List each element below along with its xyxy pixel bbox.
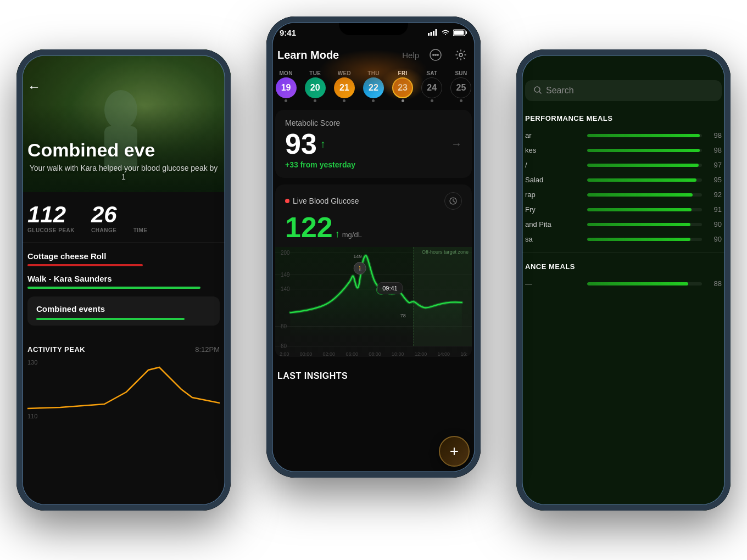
- change-stat: 26 CHANGE: [91, 203, 117, 233]
- meal-item-6[interactable]: and Pita 90: [516, 217, 731, 232]
- meal-bar-container-3: [587, 178, 702, 182]
- meal-bar-2: [587, 164, 699, 167]
- gear-icon: [455, 49, 467, 61]
- time-tooltip: 09:41: [377, 282, 403, 294]
- activity-peak-section: ACTIVITY PEAK 8:12PM 130 110: [16, 334, 231, 425]
- search-icon: [534, 86, 542, 96]
- chart-top-label: 130: [27, 359, 37, 366]
- day-thu-dot: [372, 99, 375, 102]
- meal-name-2: /: [525, 161, 583, 169]
- day-thu[interactable]: THU 22: [361, 70, 386, 102]
- meal-name-3: Salad: [525, 176, 583, 184]
- meal-item-extra[interactable]: — 88: [516, 276, 731, 291]
- meal-name-6: and Pita: [525, 220, 583, 228]
- meal-score-0: 98: [706, 131, 722, 139]
- chart-low-label: 78: [400, 313, 406, 319]
- combined-events-bar: [36, 318, 185, 320]
- day-sat-dot: [431, 99, 433, 102]
- svg-rect-4: [433, 31, 434, 36]
- svg-point-12: [437, 54, 439, 56]
- meal-bar-1: [587, 149, 700, 152]
- sync-icon: [449, 197, 458, 205]
- glucose-header: Live Blood Glucose: [285, 192, 462, 210]
- grid-line-60: [275, 346, 472, 346]
- fab-label: +: [450, 443, 459, 460]
- chart-peak-label: 149: [353, 254, 361, 259]
- meal-item-3[interactable]: Salad 95: [516, 172, 731, 187]
- meal-bar-7: [587, 238, 690, 241]
- meal-name-extra: —: [525, 279, 583, 288]
- day-sun-label: SUN: [455, 70, 467, 76]
- glucose-unit: mg/dL: [342, 231, 362, 239]
- metabolic-chevron-icon: →: [451, 138, 462, 150]
- performance-meals-header: PERFORMANCE MEALS: [516, 110, 731, 128]
- svg-point-13: [459, 53, 462, 57]
- time-00: 00:00: [300, 351, 313, 357]
- grid-label-60: 60: [281, 343, 287, 349]
- meal-item-2[interactable]: / 97: [516, 158, 731, 172]
- meal-item-7[interactable]: sa 90: [516, 232, 731, 247]
- meal-bar-container-6: [587, 223, 702, 226]
- day-wed-circle: 21: [334, 77, 355, 98]
- meal-bar-container-1: [587, 149, 702, 152]
- time-stat: TIME: [133, 203, 148, 233]
- day-sun-circle: 25: [450, 77, 471, 98]
- cottage-cheese-event[interactable]: Cottage cheese Roll: [27, 251, 220, 266]
- time-08: 08:00: [369, 351, 381, 357]
- search-bar[interactable]: Search: [525, 80, 722, 101]
- left-subtitle: Your walk with Kara helped your blood gl…: [27, 164, 220, 181]
- meal-score-4: 92: [706, 191, 722, 199]
- meal-score-5: 91: [706, 205, 722, 214]
- change-value: 26: [91, 203, 117, 226]
- fab-button[interactable]: +: [439, 436, 470, 467]
- svg-point-11: [434, 54, 437, 56]
- day-sat-label: SAT: [426, 70, 437, 76]
- day-tue[interactable]: TUE 20: [303, 70, 327, 102]
- meal-bar-6: [587, 223, 690, 226]
- meal-bar-0: [587, 134, 700, 137]
- meal-bar-container-extra: [587, 282, 702, 285]
- last-insights-section: LAST INSIGHTS: [266, 363, 481, 381]
- meal-item-0[interactable]: ar 98: [516, 128, 731, 143]
- chat-button[interactable]: [427, 46, 444, 64]
- svg-rect-3: [431, 32, 432, 36]
- metabolic-card[interactable]: Metabolic Score 93 ↑ +33 from yesterday …: [275, 110, 472, 178]
- day-mon[interactable]: MON 19: [274, 70, 298, 102]
- help-button[interactable]: Help: [402, 51, 419, 60]
- left-events: Cottage cheese Roll Walk - Kara Saunders…: [16, 243, 231, 334]
- meal-item-5[interactable]: Fry 91: [516, 202, 731, 217]
- day-sun-dot: [460, 99, 462, 102]
- cottage-cheese-bar: [27, 264, 143, 266]
- cottage-cheese-name: Cottage cheese Roll: [27, 251, 220, 261]
- day-selector: MON 19 TUE 20 WED 21 THU 22 FRI: [266, 70, 481, 110]
- day-wed-dot: [343, 99, 345, 102]
- activity-chart-svg: [27, 359, 220, 419]
- glucose-sync-icon[interactable]: [444, 192, 462, 210]
- settings-button[interactable]: [452, 46, 470, 64]
- svg-line-19: [539, 92, 541, 93]
- meal-name-0: ar: [525, 131, 583, 139]
- change-label: CHANGE: [91, 227, 116, 233]
- day-sat[interactable]: SAT 24: [420, 70, 444, 102]
- glucose-peak-stat: 112 GLUCOSE PEAK: [27, 203, 75, 233]
- day-wed[interactable]: WED 21: [332, 70, 356, 102]
- day-sun[interactable]: SUN 25: [449, 70, 473, 102]
- left-phone: ← Combined eve Your walk with Kara helpe…: [16, 49, 231, 511]
- glucose-chart-svg: 🚶 149 78: [275, 247, 472, 338]
- day-fri[interactable]: FRI 23: [391, 70, 415, 102]
- time-14: 14:00: [438, 351, 450, 357]
- center-screen: 9:41: [266, 16, 481, 478]
- left-title: Combined eve: [27, 140, 220, 160]
- meal-item-4[interactable]: rap 92: [516, 187, 731, 202]
- time-axis: 2:00 00:00 02:00 06:00 08:00 10:00 12:00…: [275, 351, 472, 357]
- meal-name-1: kes: [525, 146, 583, 154]
- walk-event[interactable]: Walk - Kara Saunders: [27, 274, 220, 289]
- notch: [339, 16, 408, 35]
- meal-item-1[interactable]: kes 98: [516, 143, 731, 158]
- back-button[interactable]: ←: [27, 79, 41, 94]
- combined-events-box[interactable]: Combined events: [27, 296, 220, 326]
- svg-rect-2: [428, 33, 430, 36]
- second-section-header: ANCE MEALS: [516, 258, 731, 276]
- meal-name-7: sa: [525, 235, 583, 243]
- meal-score-2: 97: [706, 161, 722, 169]
